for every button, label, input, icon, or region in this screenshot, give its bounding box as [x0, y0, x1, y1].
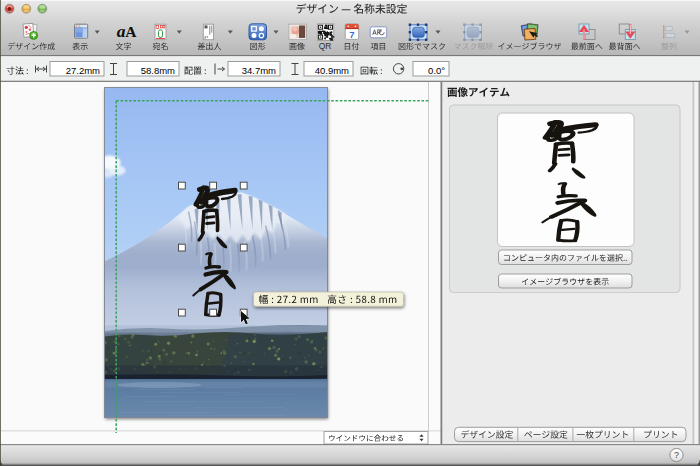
svg-text:?: ?: [674, 450, 679, 460]
svg-text:QR: QR: [319, 41, 332, 51]
svg-text:34.7mm: 34.7mm: [242, 65, 276, 76]
svg-text:27.2mm: 27.2mm: [66, 65, 100, 76]
svg-text:A: A: [125, 23, 137, 40]
svg-text:40.9mm: 40.9mm: [315, 65, 349, 76]
svg-text:7: 7: [349, 29, 354, 40]
svg-text:58.8mm: 58.8mm: [141, 65, 175, 76]
svg-text:0.0°: 0.0°: [428, 65, 445, 76]
